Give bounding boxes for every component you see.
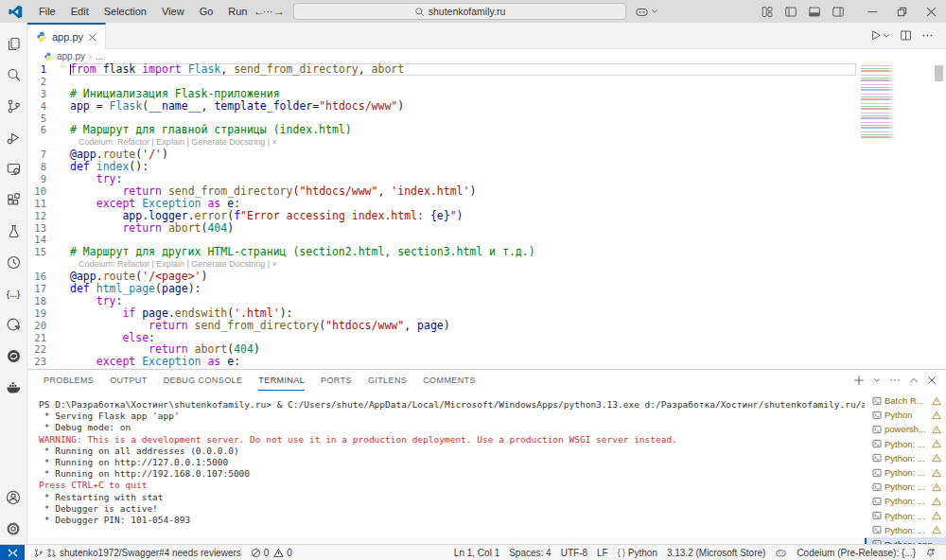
status-indentation[interactable]: Spaces: 4 xyxy=(504,548,555,558)
panel-tab-output[interactable]: OUTPUT xyxy=(110,370,147,391)
terminal-list-item[interactable]: Python xyxy=(865,408,946,422)
activitybar-history[interactable] xyxy=(0,247,27,278)
terminal-list-item[interactable]: Python: ... xyxy=(865,509,946,523)
activitybar-namespace[interactable]: {...} xyxy=(0,278,27,309)
remote-indicator[interactable] xyxy=(0,545,25,560)
warning-icon xyxy=(932,453,941,463)
line-number: 6 xyxy=(27,124,70,136)
line-number: 14 xyxy=(27,234,70,246)
status-python-version[interactable]: 3.13.2 (Microsoft Store) xyxy=(662,548,770,558)
terminal-line: * Running on all addresses (0.0.0.0) xyxy=(39,446,865,457)
terminal-list-item[interactable]: Python: ... xyxy=(865,465,946,480)
split-editor-icon[interactable] xyxy=(900,29,912,42)
activitybar-explorer[interactable] xyxy=(0,28,27,60)
terminal-list-item[interactable]: Python: ... xyxy=(865,437,946,451)
panel-tab-problems[interactable]: PROBLEMS xyxy=(44,370,94,391)
activitybar-run-debug[interactable] xyxy=(0,122,27,153)
nav-back-icon[interactable]: ← xyxy=(254,5,265,18)
panel-tab-gitlens[interactable]: GITLENS xyxy=(368,370,407,391)
code-line-20[interactable]: 20 return send_from_directory("htdocs/ww… xyxy=(27,320,946,332)
menu-item-run[interactable]: Run xyxy=(220,4,254,19)
more-actions-icon[interactable] xyxy=(921,29,934,42)
terminal-list-item[interactable]: Python: ... xyxy=(865,480,946,494)
menu-item-file[interactable]: File xyxy=(31,4,63,19)
customize-layout-icon[interactable] xyxy=(761,6,774,18)
titlebar-right xyxy=(761,0,946,23)
terminal-list-item[interactable]: Python: ... xyxy=(865,494,946,508)
code-line-7[interactable]: 7@app.route('/') xyxy=(27,149,946,161)
search-box[interactable]: shutenkofamily.ru xyxy=(293,3,626,20)
activitybar-source-control[interactable] xyxy=(0,91,27,122)
panel-more-icon[interactable] xyxy=(889,375,901,386)
terminal-list-item[interactable]: powersh... xyxy=(865,422,946,436)
status-language[interactable]: { } Python xyxy=(613,548,662,558)
tab-close-icon[interactable] xyxy=(88,33,96,42)
copilot-menu-button[interactable] xyxy=(635,6,658,18)
minimize-button[interactable] xyxy=(858,0,887,23)
terminal-line: * Restarting with stat xyxy=(39,492,865,503)
panel-actions xyxy=(853,375,937,386)
terminal-output[interactable]: PS D:\Разработка\Хостинг\shutenkofamily.… xyxy=(27,391,865,544)
tab-app-py[interactable]: app.py xyxy=(27,23,106,49)
close-window-button[interactable] xyxy=(917,0,946,23)
activitybar-extension-swirl[interactable] xyxy=(0,341,27,372)
code-line-6[interactable]: 6# Маршрут для главной страницы (index.h… xyxy=(27,124,946,136)
panel-tab-comments[interactable]: COMMENTS xyxy=(423,370,476,391)
menu-item-edit[interactable]: Edit xyxy=(63,4,96,19)
activitybar-docker[interactable] xyxy=(0,372,27,403)
remote-icon xyxy=(8,548,18,558)
code-line-13[interactable]: 13 return abort(404) xyxy=(27,222,946,235)
code-line-17[interactable]: 17def html_page(page): xyxy=(27,283,946,295)
swirl-extension-icon xyxy=(6,348,22,364)
breadcrumb-file[interactable]: app.py xyxy=(57,51,85,61)
toggle-sidebar-icon[interactable] xyxy=(784,6,797,18)
notifications-bell[interactable] xyxy=(920,548,940,558)
panel-tab-debug-console[interactable]: DEBUG CONSOLE xyxy=(164,370,243,391)
terminal-list-item[interactable]: Python: ... xyxy=(865,451,946,465)
editor-actions xyxy=(869,23,946,48)
git-status[interactable]: shutenko1972/Swagger#4 needs reviewers xyxy=(28,545,246,560)
line-number: 10 xyxy=(27,185,70,198)
new-terminal-plus-icon[interactable] xyxy=(853,375,865,386)
status-copilot[interactable] xyxy=(770,548,792,558)
command-center: ← → shutenkofamily.ru xyxy=(254,0,658,23)
restore-button[interactable] xyxy=(887,0,917,23)
chevron-down-icon[interactable] xyxy=(873,376,881,384)
code-line-4[interactable]: 4app = Flask(__name__, template_folder="… xyxy=(27,100,946,113)
panel-tab-terminal[interactable]: TERMINAL xyxy=(258,370,305,391)
activitybar-settings[interactable] xyxy=(0,513,27,544)
activitybar-extensions[interactable] xyxy=(0,184,27,216)
panel-close-icon[interactable] xyxy=(927,376,937,385)
code-line-1[interactable]: 1from flask import Flask, send_from_dire… xyxy=(27,63,946,76)
toggle-panel-icon[interactable] xyxy=(808,6,821,18)
terminal-list-item[interactable]: Python: ... xyxy=(865,523,946,537)
toggle-secondary-sidebar-icon[interactable] xyxy=(832,6,845,18)
code-line-8[interactable]: 8def index(): xyxy=(27,161,946,173)
activitybar-live-preview[interactable] xyxy=(0,309,27,341)
panel-maximize-icon[interactable] xyxy=(909,376,919,385)
activitybar-search[interactable] xyxy=(0,60,27,91)
menu-item-go[interactable]: Go xyxy=(192,4,221,19)
terminal-list-item[interactable]: Python: app xyxy=(865,537,946,544)
menu-item-view[interactable]: View xyxy=(154,4,192,19)
run-python-button[interactable] xyxy=(869,29,890,42)
status-codeium[interactable]: Codeium (Pre-Release): {...} xyxy=(792,548,920,558)
code-line-23[interactable]: 23 except Exception as e: xyxy=(27,356,946,368)
panel-tab-ports[interactable]: PORTS xyxy=(321,370,352,391)
editor-code[interactable]: 1from flask import Flask, send_from_dire… xyxy=(27,63,946,369)
menu-item-selection[interactable]: Selection xyxy=(96,4,154,19)
minimap[interactable] xyxy=(861,65,904,138)
nav-forward-icon[interactable]: → xyxy=(273,5,285,18)
status-eol[interactable]: LF xyxy=(592,548,613,558)
activitybar-testing[interactable] xyxy=(0,216,27,247)
status-line-col[interactable]: Ln 1, Col 1 xyxy=(449,548,504,558)
account-icon xyxy=(5,489,22,506)
breadcrumb-symbol[interactable]: ... xyxy=(96,51,103,61)
activitybar-remote-explorer[interactable] xyxy=(0,153,27,184)
terminal-list-item[interactable]: Batch R... xyxy=(865,394,946,408)
editor-scrollbar-thumb[interactable] xyxy=(935,65,943,81)
activitybar-account[interactable] xyxy=(0,481,27,513)
status-encoding[interactable]: UTF-8 xyxy=(556,548,592,558)
code-line-15[interactable]: 15# Маршрут для других HTML-страниц (sec… xyxy=(27,246,946,258)
problems-status[interactable]: 0 0 xyxy=(246,545,299,560)
